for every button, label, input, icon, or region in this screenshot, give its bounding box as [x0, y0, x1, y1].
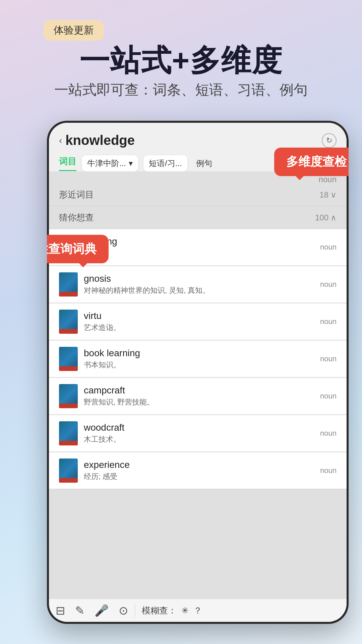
update-badge: 体验更新: [44, 20, 104, 41]
word-text-block: gnosis 对神秘的精神世界的知识, 灵知, 真知。: [84, 273, 314, 296]
tab-cidian[interactable]: 词目: [59, 156, 76, 171]
tab-phrase[interactable]: 短语/习...: [143, 155, 187, 171]
word-text-block: woodcraft 木工技术。: [84, 422, 314, 445]
word-icon: [59, 310, 78, 334]
word-icon: [59, 421, 78, 445]
word-english: book learning: [84, 348, 314, 359]
word-text-block: experience 经历; 感受: [84, 460, 314, 482]
word-text-block: learning 学习: [84, 236, 314, 259]
toolbar-mofang: 模糊查： ✳ ？: [142, 605, 202, 616]
word-pos: noun: [320, 243, 337, 252]
list-item[interactable]: experience 经历; 感受 noun: [49, 452, 347, 489]
word-icon: [59, 459, 78, 483]
tooltip-targeted: 针对性查询词典: [47, 235, 109, 263]
dropdown-label: 牛津中阶...: [87, 158, 126, 169]
question-icon[interactable]: ？: [193, 605, 202, 616]
list-item[interactable]: woodcraft 木工技术。 noun: [49, 415, 347, 452]
section-caini-count: 100 ∧: [315, 213, 337, 222]
word-chinese: 野营知识, 野营技能。: [84, 397, 314, 408]
mic-icon[interactable]: 🎤: [95, 604, 109, 617]
word-list: learning 学习 noun gnosis 对神秘的精神世界的知识, 灵知,…: [49, 229, 347, 489]
main-title: 一站式+多维度: [0, 40, 362, 81]
word-pos: noun: [320, 317, 337, 326]
tab-phrase-label: 短语/习...: [149, 159, 182, 168]
word-chinese: 木工技术。: [84, 434, 314, 445]
word-pos: noun: [320, 466, 337, 475]
word-pos: noun: [320, 280, 337, 289]
section-caini-title: 猜你想查: [59, 212, 94, 223]
toolbar-icons: ⊟ ✎ 🎤 ⊙: [56, 604, 128, 617]
tab-dictionary-dropdown[interactable]: 牛津中阶... ▾: [82, 155, 138, 171]
word-text-block: book learning 书本知识。: [84, 348, 314, 370]
word-pos: noun: [320, 392, 337, 400]
word-english: experience: [84, 460, 314, 470]
mofang-label: 模糊查：: [142, 605, 177, 616]
word-pos: noun: [320, 429, 337, 438]
word-chinese: 艺术造诣。: [84, 323, 314, 333]
word-chinese: 学习: [84, 248, 314, 259]
word-icon: [59, 347, 78, 371]
list-item[interactable]: gnosis 对神秘的精神世界的知识, 灵知, 真知。 noun: [49, 266, 347, 303]
word-english: virtu: [84, 311, 314, 321]
dropdown-chevron: ▾: [129, 159, 133, 168]
phone-mockup: ‹ knowledge ↻ 词目 牛津中阶... ▾ 短语/习... 例句 no…: [47, 121, 349, 624]
noun-top-label: noun: [319, 175, 337, 184]
word-pos: noun: [320, 355, 337, 363]
asterisk-icon[interactable]: ✳: [181, 605, 189, 616]
word-chinese: 书本知识。: [84, 360, 314, 370]
section-caini[interactable]: 猜你想查 100 ∧: [49, 206, 347, 229]
subtitle: 一站式即可查：词条、短语、习语、例句: [0, 80, 362, 99]
edit-icon[interactable]: ✎: [75, 604, 84, 617]
section-xingjin-count: 18 ∨: [319, 190, 337, 200]
tab-example[interactable]: 例句: [193, 155, 216, 171]
list-item[interactable]: campcraft 野营知识, 野营技能。 noun: [49, 378, 347, 415]
word-text-block: virtu 艺术造诣。: [84, 311, 314, 333]
search-word: knowledge: [65, 133, 135, 148]
section-xingjin-title: 形近词目: [59, 189, 94, 201]
list-icon[interactable]: ⊟: [56, 604, 65, 617]
list-item[interactable]: book learning 书本知识。 noun: [49, 341, 347, 377]
refresh-icon[interactable]: ↻: [322, 133, 337, 148]
section-xingjin[interactable]: 形近词目 18 ∨: [49, 183, 347, 206]
word-icon: [59, 384, 78, 408]
word-chinese: 经历; 感受: [84, 472, 314, 482]
tooltip-multidim: 多维度查检: [274, 148, 349, 176]
back-icon[interactable]: ‹: [59, 135, 62, 146]
word-english: campcraft: [84, 385, 314, 396]
list-item[interactable]: virtu 艺术造诣。 noun: [49, 304, 347, 340]
word-icon: [59, 272, 78, 297]
toolbar-divider: [135, 604, 135, 617]
bottom-toolbar: ⊟ ✎ 🎤 ⊙ 模糊查： ✳ ？: [49, 599, 347, 622]
word-english: learning: [84, 236, 314, 247]
camera-icon[interactable]: ⊙: [119, 604, 128, 617]
word-english: woodcraft: [84, 422, 314, 433]
word-english: gnosis: [84, 273, 314, 284]
word-chinese: 对神秘的精神世界的知识, 灵知, 真知。: [84, 285, 314, 296]
word-text-block: campcraft 野营知识, 野营技能。: [84, 385, 314, 408]
